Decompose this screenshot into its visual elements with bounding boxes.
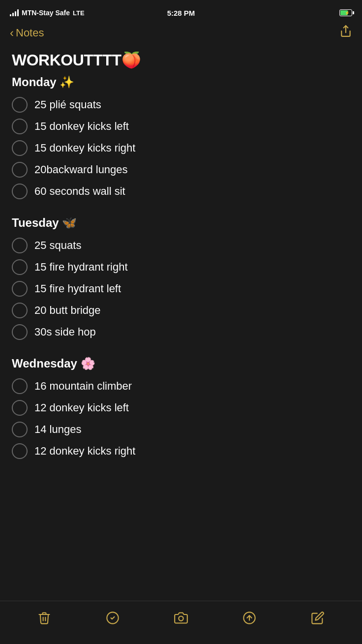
day-header-tuesday: Tuesday 🦋 <box>12 216 350 230</box>
network-type: LTE <box>73 9 85 17</box>
list-item: 25 squats <box>12 235 350 256</box>
checkbox[interactable] <box>12 259 28 275</box>
signal-icon <box>10 9 19 16</box>
checkbox[interactable] <box>12 184 28 199</box>
checkbox[interactable] <box>12 422 28 437</box>
list-item: 12 donkey kicks left <box>12 397 350 419</box>
item-text: 12 donkey kicks left <box>34 401 129 415</box>
list-item: 15 donkey kicks right <box>12 137 350 159</box>
checkbox[interactable] <box>12 303 28 318</box>
item-text: 20 butt bridge <box>34 304 101 318</box>
checkbox[interactable] <box>12 119 28 134</box>
back-label: Notes <box>16 27 44 39</box>
item-text: 60 seconds wall sit <box>34 184 125 199</box>
day-section-monday: Monday ✨ 25 plié squats 15 donkey kicks … <box>12 75 350 202</box>
battery-icon: ⚡ <box>339 9 352 16</box>
bottom-toolbar <box>0 601 362 644</box>
battery-bolt: ⚡ <box>345 11 350 15</box>
note-content: WORKOUTTTT🍑 Monday ✨ 25 plié squats 15 d… <box>0 46 362 525</box>
status-right: ⚡ <box>339 9 352 16</box>
item-text: 14 lunges <box>34 423 81 437</box>
compose-button[interactable] <box>307 607 329 629</box>
list-item: 15 fire hydrant left <box>12 278 350 300</box>
list-item: 60 seconds wall sit <box>12 181 350 202</box>
checkbox[interactable] <box>12 162 28 178</box>
day-header-monday: Monday ✨ <box>12 75 350 89</box>
item-text: 16 mountain climber <box>34 379 132 394</box>
list-item: 15 donkey kicks left <box>12 116 350 137</box>
back-button[interactable]: ‹ Notes <box>10 27 44 39</box>
day-section-wednesday: Wednesday 🌸 16 mountain climber 12 donke… <box>12 357 350 462</box>
svg-point-2 <box>179 616 183 620</box>
share-button[interactable] <box>339 25 352 41</box>
list-item: 14 lunges <box>12 419 350 440</box>
checkbox[interactable] <box>12 400 28 416</box>
item-text: 12 donkey kicks right <box>34 444 135 459</box>
list-item: 20 butt bridge <box>12 300 350 321</box>
item-text: 30s side hop <box>34 325 96 339</box>
checkbox[interactable] <box>12 443 28 459</box>
list-item: 15 fire hydrant right <box>12 256 350 278</box>
done-button[interactable] <box>102 607 123 629</box>
checkbox[interactable] <box>12 281 28 297</box>
item-text: 20backward lunges <box>34 163 128 177</box>
status-bar: MTN-Stay Safe LTE 5:28 PM ⚡ <box>0 0 362 22</box>
day-section-tuesday: Tuesday 🦋 25 squats 15 fire hydrant righ… <box>12 216 350 343</box>
nav-bar: ‹ Notes <box>0 22 362 46</box>
list-item: 25 plié squats <box>12 94 350 116</box>
checkbox[interactable] <box>12 324 28 340</box>
list-item: 12 donkey kicks right <box>12 440 350 462</box>
item-text: 15 donkey kicks left <box>34 120 129 134</box>
list-item: 16 mountain climber <box>12 375 350 397</box>
item-text: 15 fire hydrant left <box>34 282 121 296</box>
checkbox[interactable] <box>12 140 28 156</box>
item-text: 15 fire hydrant right <box>34 260 128 275</box>
status-carrier: MTN-Stay Safe LTE <box>10 9 85 17</box>
note-title: WORKOUTTTT🍑 <box>12 51 350 69</box>
item-text: 25 squats <box>34 239 81 253</box>
day-header-wednesday: Wednesday 🌸 <box>12 357 350 370</box>
back-chevron-icon: ‹ <box>10 27 14 39</box>
send-button[interactable] <box>239 607 260 629</box>
camera-button[interactable] <box>170 607 192 629</box>
item-text: 15 donkey kicks right <box>34 141 135 155</box>
list-item: 20backward lunges <box>12 159 350 181</box>
checkbox[interactable] <box>12 238 28 253</box>
checkbox[interactable] <box>12 378 28 394</box>
list-item: 30s side hop <box>12 321 350 343</box>
delete-button[interactable] <box>33 607 55 629</box>
item-text: 25 plié squats <box>34 98 101 112</box>
carrier-name: MTN-Stay Safe <box>22 9 70 17</box>
status-time: 5:28 PM <box>167 9 195 17</box>
checkbox[interactable] <box>12 97 28 113</box>
